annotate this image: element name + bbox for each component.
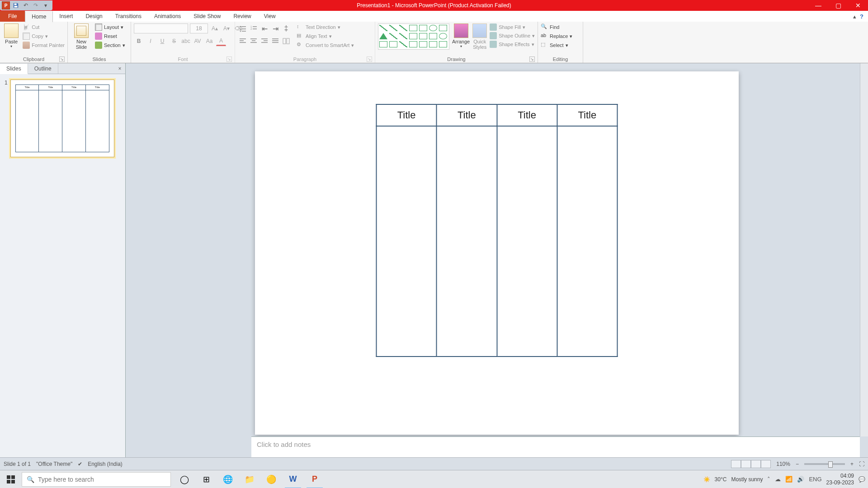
taskbar-search[interactable]: 🔍 Type here to search: [22, 472, 171, 487]
language-indicator[interactable]: English (India): [88, 461, 123, 467]
underline-button[interactable]: U: [157, 36, 167, 46]
align-left-button[interactable]: [238, 36, 248, 46]
slide[interactable]: Title Title Title Title: [255, 71, 739, 435]
help-icon[interactable]: ?: [860, 13, 863, 20]
close-pane-icon[interactable]: ×: [114, 63, 125, 74]
paste-button[interactable]: Paste ▾: [3, 23, 20, 48]
tab-review[interactable]: Review: [227, 11, 257, 22]
paragraph-launcher[interactable]: ↘: [367, 56, 372, 62]
start-button[interactable]: [0, 470, 22, 488]
volume-icon[interactable]: 🔊: [797, 476, 804, 483]
bullets-button[interactable]: [238, 23, 248, 33]
clipboard-launcher[interactable]: ↘: [59, 56, 65, 62]
line-spacing-button[interactable]: ‡: [281, 23, 291, 33]
grow-font-button[interactable]: A▴: [210, 23, 220, 33]
zoom-out-button[interactable]: −: [796, 461, 799, 467]
align-text-button[interactable]: ▤Align Text ▾: [297, 33, 354, 40]
align-right-button[interactable]: [259, 36, 269, 46]
tab-home[interactable]: Home: [25, 11, 53, 22]
normal-view-button[interactable]: [731, 460, 741, 468]
zoom-in-button[interactable]: +: [850, 461, 854, 467]
shape-outline-button[interactable]: Shape Outline ▾: [490, 32, 535, 39]
font-name-input[interactable]: [134, 23, 188, 33]
tab-slideshow[interactable]: Slide Show: [187, 11, 227, 22]
undo-icon[interactable]: ↶: [21, 0, 31, 10]
tab-design[interactable]: Design: [79, 11, 108, 22]
slide-thumbnail[interactable]: Title Title Title Title: [10, 80, 114, 157]
copy-button[interactable]: Copy ▾: [23, 33, 65, 40]
slideshow-view-button[interactable]: [761, 460, 771, 468]
reading-view-button[interactable]: [751, 460, 761, 468]
spellcheck-icon[interactable]: ✔: [78, 461, 82, 467]
tab-file[interactable]: File: [0, 11, 25, 22]
qat-customize-icon[interactable]: ▾: [41, 0, 51, 10]
drawing-launcher[interactable]: ↘: [529, 56, 535, 62]
tab-transitions[interactable]: Transitions: [109, 11, 148, 22]
justify-button[interactable]: [270, 36, 280, 46]
arrange-button[interactable]: Arrange▾: [452, 23, 470, 48]
vertical-scrollbar[interactable]: [860, 63, 868, 436]
table-cell[interactable]: [377, 126, 437, 357]
clock[interactable]: 04:09 23-09-2023: [826, 473, 854, 486]
increase-indent-button[interactable]: ⇥: [270, 23, 280, 33]
font-color-button[interactable]: A: [216, 36, 226, 46]
table-header-cell[interactable]: Title: [377, 104, 437, 126]
font-launcher[interactable]: ↘: [226, 56, 232, 62]
zoom-slider[interactable]: [804, 463, 845, 465]
shadow-button[interactable]: abc: [181, 36, 191, 46]
text-direction-button[interactable]: ↕Text Direction ▾: [297, 23, 354, 31]
notes-pane[interactable]: Click to add notes: [251, 436, 860, 457]
explorer-icon[interactable]: 📁: [239, 470, 260, 488]
tray-chevron-icon[interactable]: ˄: [767, 476, 770, 483]
slide-canvas-area[interactable]: Title Title Title Title Click to add not…: [126, 63, 868, 457]
shrink-font-button[interactable]: A▾: [222, 23, 231, 33]
fit-to-window-button[interactable]: ⛶: [859, 461, 864, 467]
save-icon[interactable]: [11, 0, 21, 10]
new-slide-button[interactable]: New Slide: [71, 23, 92, 50]
shapes-gallery[interactable]: [378, 23, 449, 50]
minimize-button[interactable]: —: [808, 0, 828, 11]
maximize-button[interactable]: ▢: [828, 0, 848, 11]
edge-icon[interactable]: 🌐: [217, 470, 239, 488]
tab-insert[interactable]: Insert: [53, 11, 79, 22]
change-case-button[interactable]: Aa: [204, 36, 214, 46]
italic-button[interactable]: I: [146, 36, 156, 46]
onedrive-icon[interactable]: ☁: [775, 476, 781, 483]
shape-effects-button[interactable]: Shape Effects ▾: [490, 41, 535, 48]
shape-fill-button[interactable]: Shape Fill ▾: [490, 23, 535, 31]
columns-button[interactable]: [281, 36, 291, 46]
table-header-cell[interactable]: Title: [497, 104, 557, 126]
find-button[interactable]: 🔍Find: [541, 23, 572, 31]
align-center-button[interactable]: [249, 36, 259, 46]
powerpoint-icon[interactable]: P: [304, 470, 326, 488]
strikethrough-button[interactable]: S: [169, 36, 179, 46]
table-cell[interactable]: [437, 126, 497, 357]
chrome-icon[interactable]: 🟡: [260, 470, 282, 488]
table-cell[interactable]: [497, 126, 557, 357]
outline-tab[interactable]: Outline: [28, 63, 58, 74]
weather-icon[interactable]: ☀️: [703, 476, 710, 483]
slides-tab[interactable]: Slides: [0, 64, 28, 74]
cortana-icon[interactable]: ◯: [174, 470, 195, 488]
wifi-icon[interactable]: 📶: [785, 476, 793, 483]
slide-table[interactable]: Title Title Title Title: [376, 104, 618, 357]
convert-smartart-button[interactable]: ⚙Convert to SmartArt ▾: [297, 42, 354, 49]
section-button[interactable]: Section ▾: [95, 42, 125, 49]
char-spacing-button[interactable]: AV: [193, 36, 203, 46]
app-icon[interactable]: P: [2, 1, 10, 9]
redo-icon[interactable]: ↷: [31, 0, 41, 10]
sorter-view-button[interactable]: [741, 460, 751, 468]
tab-animations[interactable]: Animations: [148, 11, 187, 22]
bold-button[interactable]: B: [134, 36, 144, 46]
notifications-icon[interactable]: 💬: [859, 476, 865, 483]
replace-button[interactable]: abReplace ▾: [541, 33, 572, 40]
numbering-button[interactable]: 12: [249, 23, 259, 33]
reset-button[interactable]: Reset: [95, 33, 125, 40]
tab-view[interactable]: View: [258, 11, 282, 22]
layout-button[interactable]: Layout ▾: [95, 23, 125, 31]
table-header-cell[interactable]: Title: [557, 104, 617, 126]
format-painter-button[interactable]: Format Painter: [23, 42, 65, 49]
select-button[interactable]: ⬚Select ▾: [541, 42, 572, 49]
cut-button[interactable]: Cut: [23, 23, 65, 31]
quick-styles-button[interactable]: Quick Styles: [472, 23, 487, 50]
